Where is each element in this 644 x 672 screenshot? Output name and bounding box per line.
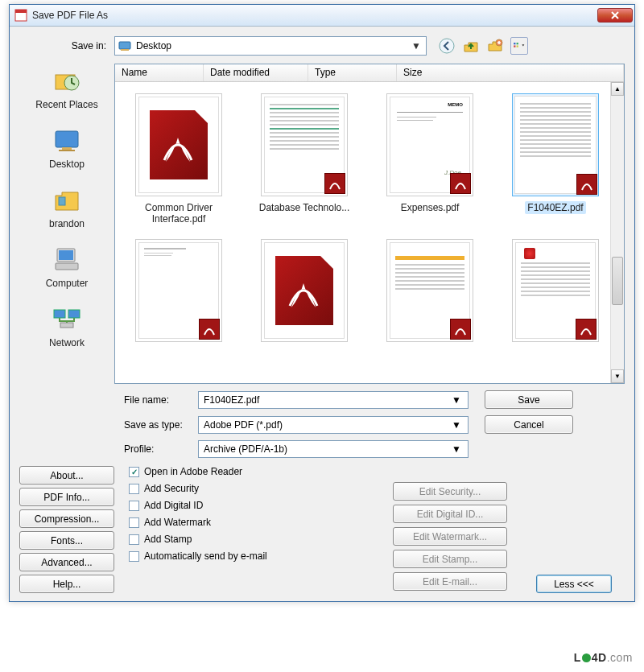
check-add-stamp[interactable]: Add Stamp <box>129 534 393 545</box>
svg-rect-20 <box>68 310 80 318</box>
pdf-badge-icon <box>576 319 597 340</box>
edit-stamp-button: Edit Stamp... <box>393 550 507 568</box>
save-button[interactable]: Save <box>485 390 573 409</box>
svg-rect-7 <box>514 45 515 47</box>
about-button[interactable]: About... <box>19 466 114 484</box>
dropdown-arrow-icon: ▼ <box>450 443 463 455</box>
check-open-reader[interactable]: Open in Adobe Reader <box>129 466 393 477</box>
checkbox-icon <box>129 517 139 528</box>
file-item[interactable] <box>249 239 360 358</box>
window-title: Save PDF File As <box>32 10 597 21</box>
pdf-badge-icon <box>576 174 597 195</box>
dropdown-arrow-icon: ▼ <box>450 419 463 431</box>
vertical-scrollbar[interactable]: ▲ ▼ <box>610 82 624 383</box>
profile-label: Profile: <box>124 443 198 455</box>
save-pdf-dialog: Save PDF File As Save in: Desktop ▼ <box>9 4 635 602</box>
column-size[interactable]: Size <box>397 64 624 81</box>
svg-rect-9 <box>517 45 518 47</box>
app-icon <box>14 9 27 22</box>
check-add-digital-id[interactable]: Add Digital ID <box>129 500 393 511</box>
dropdown-arrow-icon: ▼ <box>410 40 423 52</box>
edit-security-button: Edit Security... <box>393 482 507 501</box>
scroll-up-button[interactable]: ▲ <box>611 82 624 96</box>
checkbox-icon <box>129 551 139 562</box>
file-list[interactable]: Common Driver Interface.pdf Database Tec… <box>115 82 624 383</box>
svg-rect-21 <box>60 323 73 328</box>
scroll-down-button[interactable]: ▼ <box>611 369 624 383</box>
svg-rect-2 <box>119 42 130 49</box>
back-button[interactable] <box>438 37 456 55</box>
scroll-thumb[interactable] <box>612 257 623 305</box>
file-item[interactable] <box>123 239 234 358</box>
edit-email-button: Edit E-mail... <box>393 572 507 591</box>
check-add-security[interactable]: Add Security <box>129 483 393 494</box>
place-desktop[interactable]: Desktop <box>19 126 114 170</box>
computer-icon <box>52 245 81 274</box>
svg-rect-13 <box>62 147 72 150</box>
file-list-header[interactable]: Name Date modified Type Size <box>115 64 624 82</box>
svg-rect-6 <box>514 43 515 44</box>
svg-rect-18 <box>56 263 78 270</box>
svg-point-4 <box>440 39 454 53</box>
file-item[interactable] <box>500 239 611 358</box>
views-button[interactable] <box>510 37 528 55</box>
pdf-badge-icon <box>450 319 471 340</box>
recent-places-icon <box>52 67 81 96</box>
pdf-badge-icon <box>199 319 220 340</box>
svg-rect-12 <box>56 131 78 147</box>
column-name[interactable]: Name <box>115 64 204 81</box>
column-type[interactable]: Type <box>308 64 397 81</box>
checkbox-icon <box>129 534 139 545</box>
profile-combo[interactable]: Archive (PDF/A-1b) ▼ <box>198 440 469 458</box>
place-recent[interactable]: Recent Places <box>19 67 114 110</box>
file-item-selected[interactable]: F1040EZ.pdf <box>500 93 611 226</box>
checkbox-icon <box>129 501 139 511</box>
place-user[interactable]: brandon <box>19 186 114 229</box>
file-list-area: Name Date modified Type Size Common Driv… <box>114 64 625 384</box>
savein-label: Save in: <box>19 40 114 52</box>
edit-watermark-button: Edit Watermark... <box>393 527 507 546</box>
file-item[interactable]: Database Technolo... <box>249 93 360 226</box>
filename-input[interactable]: F1040EZ.pdf ▼ <box>198 391 469 409</box>
dropdown-arrow-icon: ▼ <box>450 394 463 406</box>
network-icon <box>52 305 81 334</box>
svg-rect-15 <box>59 197 65 205</box>
place-network[interactable]: Network <box>19 305 114 348</box>
svg-rect-14 <box>59 150 75 151</box>
close-button[interactable] <box>597 8 633 23</box>
place-computer[interactable]: Computer <box>19 245 114 289</box>
savetype-label: Save as type: <box>124 419 198 431</box>
edit-digital-id-button: Edit Digital ID... <box>393 505 507 523</box>
file-item[interactable]: Common Driver Interface.pdf <box>123 93 234 226</box>
check-add-watermark[interactable]: Add Watermark <box>129 517 393 528</box>
checkbox-icon <box>129 467 139 477</box>
new-folder-button[interactable] <box>486 37 504 55</box>
advanced-button[interactable]: Advanced... <box>19 553 114 571</box>
svg-rect-8 <box>517 43 518 44</box>
checkbox-icon <box>129 484 139 494</box>
help-button[interactable]: Help... <box>19 575 114 593</box>
check-auto-email[interactable]: Automatically send by e-mail <box>129 550 393 562</box>
less-button[interactable]: Less <<< <box>536 575 612 593</box>
fonts-button[interactable]: Fonts... <box>19 531 114 550</box>
file-item[interactable]: MEMOJ.Doe Expenses.pdf <box>374 93 485 226</box>
savein-value: Desktop <box>136 40 410 52</box>
up-one-level-button[interactable] <box>462 37 480 55</box>
pdf-badge-icon <box>324 173 345 194</box>
savein-combo[interactable]: Desktop ▼ <box>114 36 427 56</box>
svg-rect-1 <box>15 10 27 13</box>
file-item[interactable] <box>374 239 485 358</box>
column-date[interactable]: Date modified <box>204 64 308 81</box>
desktop-place-icon <box>52 126 81 155</box>
watermark: L4D.com <box>574 651 633 664</box>
titlebar[interactable]: Save PDF File As <box>10 5 634 27</box>
svg-rect-3 <box>121 49 129 51</box>
svg-rect-17 <box>59 250 73 260</box>
pdf-info-button[interactable]: PDF Info... <box>19 488 114 506</box>
cancel-button[interactable]: Cancel <box>485 415 573 434</box>
user-folder-icon <box>52 186 81 215</box>
places-bar: Recent Places Desktop brandon Computer N… <box>19 64 114 384</box>
savetype-combo[interactable]: Adobe PDF (*.pdf) ▼ <box>198 416 469 434</box>
desktop-icon <box>118 39 131 52</box>
compression-button[interactable]: Compression... <box>19 509 114 528</box>
